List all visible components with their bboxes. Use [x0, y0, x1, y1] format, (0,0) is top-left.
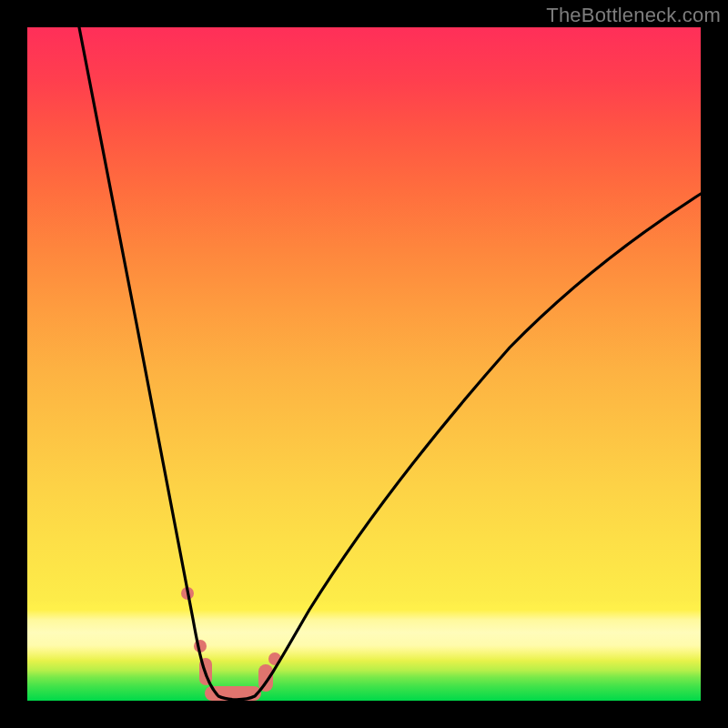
curve-layer	[27, 27, 701, 701]
chart-stage: TheBottleneck.com	[0, 0, 728, 728]
bottleneck-curve	[79, 27, 701, 700]
watermark-text: TheBottleneck.com	[546, 4, 721, 27]
